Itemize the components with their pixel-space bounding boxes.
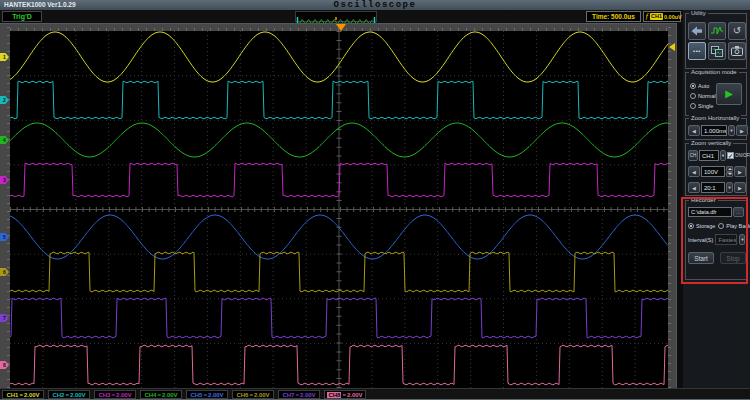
window-title: Oscilloscope [0, 0, 750, 10]
recorder-mode-playback[interactable]: Play Back [718, 221, 750, 231]
channel-equals: = [295, 392, 299, 398]
utility-title: Utility [689, 10, 708, 17]
acquisition-option-auto[interactable]: Auto [690, 81, 716, 91]
trigger-status-badge: Trig'D [2, 11, 42, 22]
interval-dropdown-button[interactable]: ▼ [739, 234, 745, 245]
channel-equals: = [19, 392, 23, 398]
channel-label: CH2 [52, 392, 64, 398]
channel-status-ch6[interactable]: CH6=2.00V [232, 390, 274, 399]
channel-position-marker-ch5[interactable]: 5 [0, 233, 9, 241]
range-increase-button[interactable]: ▶ [734, 166, 746, 177]
left-arrow-icon: ◀ [692, 128, 696, 134]
channel-equals: = [342, 392, 346, 398]
camera-icon [731, 46, 743, 56]
channel-position-marker-ch3[interactable]: 3 [0, 176, 9, 184]
dropdown-icon: ▼ [740, 237, 744, 242]
voltage-range-value: 100V [704, 169, 718, 175]
channel-status-ch2[interactable]: CH2=2.00V [48, 390, 90, 399]
radio-normal[interactable] [690, 93, 696, 99]
radio-playback-label: Play Back [726, 223, 750, 229]
zoom-h-decrease-button[interactable]: ◀ [688, 125, 700, 136]
screenshot-button[interactable] [728, 42, 746, 60]
channel-dropdown-button[interactable]: ▼ [720, 150, 726, 161]
stop-button: Stop [720, 252, 746, 264]
record-preview-strip[interactable] [295, 11, 377, 22]
undo-button[interactable]: ↺ [728, 22, 746, 40]
radio-single-label: Single [698, 103, 713, 109]
channel-select-value: CH1 [702, 153, 714, 159]
radio-single[interactable] [690, 103, 696, 109]
voltage-range-spinner[interactable] [726, 166, 733, 177]
channel-label: CH1 [6, 392, 18, 398]
channel-volts-per-div: 2.00V [254, 392, 270, 398]
channel-position-marker-ch8[interactable]: 8 [0, 361, 9, 369]
interval-label: Interval(S) [688, 237, 713, 243]
voltage-range-field[interactable]: 100V [701, 166, 725, 177]
probe-increase-button[interactable]: ▶ [734, 182, 746, 193]
channel-position-marker-ch7[interactable]: 7 [0, 314, 9, 322]
left-arrow-icon: ◀ [692, 185, 696, 191]
channel-status-ch1[interactable]: CH1=2.00V [2, 390, 44, 399]
channel-status-ch3[interactable]: CH3=2.00V [94, 390, 136, 399]
interval-select[interactable]: Fastest [715, 234, 737, 245]
channel-position-marker-ch2[interactable]: 2 [0, 96, 9, 104]
probe-decrease-button[interactable]: ◀ [688, 182, 700, 193]
spin-down-button[interactable] [726, 172, 733, 178]
channel-button[interactable]: CH [688, 150, 698, 161]
dropdown-icon: ▼ [721, 153, 725, 158]
check-icon: ✓ [728, 153, 733, 159]
channel-status-ch7[interactable]: CH7=2.00V [278, 390, 320, 399]
zoom-h-dropdown-button[interactable]: ▼ [728, 125, 735, 136]
channel-select[interactable]: CH1 [699, 150, 719, 161]
windows-icon [711, 46, 723, 57]
undo-icon: ↺ [733, 26, 741, 36]
run-button[interactable]: ▶ [716, 83, 742, 105]
more-options-button[interactable]: ••• [688, 42, 706, 60]
channel-label: CH3 [98, 392, 110, 398]
radio-playback[interactable] [718, 223, 724, 229]
channel-volts-per-div: 2.00V [70, 392, 86, 398]
browse-button[interactable]: … [733, 207, 744, 217]
channel-position-marker-ch4[interactable]: 4 [0, 136, 9, 144]
channel-equals: = [111, 392, 115, 398]
oscilloscope-window: HANTEK1000 Ver1.0.29 Oscilloscope Trig'D… [0, 0, 750, 400]
zoom-h-increase-button[interactable]: ▶ [736, 125, 748, 136]
channel-position-marker-ch6[interactable]: 6 [0, 268, 9, 276]
right-ruler[interactable] [668, 24, 676, 388]
channel-status-ch5[interactable]: CH5=2.00V [186, 390, 228, 399]
top-toolbar: Trig'D Time: 500.0us ƒ CH1 0.00uV [0, 10, 750, 24]
trigger-readout: ƒ CH1 0.00uV [643, 11, 681, 22]
recorder-mode-storage[interactable]: Storage [688, 221, 715, 231]
channel-position-marker-ch1[interactable]: 1 [0, 53, 9, 61]
radio-auto[interactable] [690, 83, 696, 89]
channel-label: CH6 [236, 392, 248, 398]
channel-status-ch8[interactable]: CH8=2.00V [324, 390, 366, 399]
utility-group: Utility ↺ ••• [685, 13, 747, 69]
probe-dropdown-button[interactable]: ▼ [726, 182, 733, 193]
left-channel-ruler[interactable]: 12435678 [0, 24, 10, 388]
spin-up-button[interactable] [726, 166, 733, 172]
record-path-input[interactable]: C:\data.dfr [688, 207, 732, 217]
back-arrow-icon [691, 26, 703, 36]
acquisition-option-normal[interactable]: Normal [690, 91, 716, 101]
waveform-button[interactable] [708, 22, 726, 40]
acquisition-option-single[interactable]: Single [690, 101, 716, 111]
radio-storage[interactable] [688, 223, 694, 229]
start-button[interactable]: Start [688, 252, 714, 264]
zoom-h-value-field[interactable]: 1.000ms [701, 125, 727, 136]
title-bar[interactable]: HANTEK1000 Ver1.0.29 Oscilloscope [0, 0, 750, 10]
range-decrease-button[interactable]: ◀ [688, 166, 700, 177]
probe-ratio-field[interactable]: 20:1 [701, 182, 725, 193]
onoff-checkbox[interactable]: ✓ [727, 152, 734, 159]
channel-label: CH8 [327, 392, 341, 398]
trigger-slope-icon: ƒ [645, 13, 649, 21]
channel-status-ch4[interactable]: CH4=2.00V [140, 390, 182, 399]
trigger-source-badge: CH1 [650, 13, 663, 20]
back-button[interactable] [688, 22, 706, 40]
multi-window-button[interactable] [708, 42, 726, 60]
channel-volts-per-div: 2.00V [208, 392, 224, 398]
waveform-plot-area[interactable] [10, 31, 668, 388]
zoom-vertical-group: Zoom vertically CH CH1 ▼ ✓ ON/OFF ◀ 100V… [685, 143, 747, 196]
horizontal-ruler[interactable] [10, 24, 668, 31]
radio-auto-label: Auto [698, 83, 709, 89]
